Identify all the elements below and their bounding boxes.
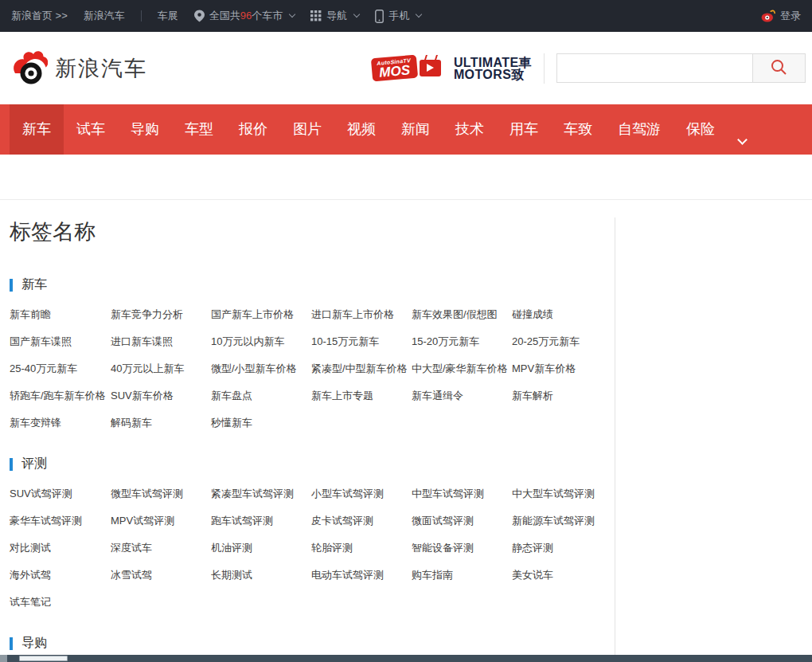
- tag-link[interactable]: 豪华车试驾评测: [10, 507, 111, 535]
- nav-item-8[interactable]: 新闻: [388, 104, 443, 155]
- tag-link[interactable]: 小型车试驾评测: [311, 480, 412, 507]
- weibo-icon: [761, 10, 775, 22]
- nav-more-chevron-icon[interactable]: [737, 135, 748, 145]
- tag-link[interactable]: 新车盘点: [211, 382, 311, 409]
- nav-item-1[interactable]: 新车: [10, 104, 64, 155]
- tag-link[interactable]: 轿跑车/跑车新车价格: [10, 382, 111, 409]
- section-label: 导购: [21, 635, 47, 652]
- topbar-item[interactable]: 新浪首页 >>: [11, 9, 68, 23]
- tag-link[interactable]: 试车笔记: [10, 589, 111, 616]
- topbar-item[interactable]: 手机: [375, 9, 421, 23]
- tag-link[interactable]: 新车变辩锋: [10, 409, 111, 437]
- tag-link[interactable]: 紧凑型/中型新车价格: [311, 355, 412, 382]
- tag-link[interactable]: 微面试驾评测: [412, 507, 512, 535]
- tag-link[interactable]: 25-40万元新车: [10, 355, 111, 382]
- tag-link[interactable]: 中型车试驾评测: [412, 480, 512, 507]
- tag-link[interactable]: 中大型车试驾评测: [512, 480, 612, 507]
- tag-link[interactable]: 进口新车上市价格: [311, 301, 412, 328]
- main-nav: 新车试车导购车型报价图片视频新闻技术用车车致自驾游保险: [0, 104, 812, 155]
- scrollbar-thumb[interactable]: [19, 656, 68, 661]
- tag-link[interactable]: MPV试驾评测: [111, 507, 211, 535]
- topbar-item-label: 全国共96个车市: [209, 9, 283, 23]
- tag-link[interactable]: 10万元以内新车: [211, 328, 311, 355]
- tag-section: 新车新车前瞻新车竞争力分析国产新车上市价格进口新车上市价格新车效果图/假想图碰撞…: [10, 276, 812, 437]
- nav-item-2[interactable]: 试车: [64, 104, 118, 155]
- tag-link[interactable]: 新车上市专题: [311, 382, 412, 409]
- tag-link[interactable]: 秒懂新车: [211, 409, 311, 437]
- tag-link[interactable]: 进口新车谍照: [111, 328, 211, 355]
- tag-link[interactable]: 15-20万元新车: [412, 328, 512, 355]
- topbar-item-label: 手机: [388, 9, 409, 23]
- tag-link[interactable]: 微型/小型新车价格: [211, 355, 311, 382]
- tag-link[interactable]: 机油评测: [211, 535, 311, 562]
- nav-item-9[interactable]: 技术: [443, 104, 497, 155]
- tag-link[interactable]: 购车指南: [412, 562, 512, 589]
- topbar-item-label: 新浪汽车: [84, 9, 125, 23]
- tag-link[interactable]: SUV试驾评测: [10, 480, 111, 507]
- tag-link[interactable]: MPV新车价格: [512, 355, 612, 382]
- topbar-item[interactable]: 导航: [310, 9, 359, 23]
- nav-item-12[interactable]: 自驾游: [605, 104, 673, 155]
- nav-item-13[interactable]: 保险: [673, 104, 728, 155]
- login-button[interactable]: 登录: [761, 9, 801, 23]
- tag-link[interactable]: 深度试车: [111, 535, 211, 562]
- chevron-down-icon: [353, 11, 360, 18]
- ultimate-motors-logo[interactable]: ULTIMATE車 MOTORS致: [454, 57, 532, 80]
- topbar-item[interactable]: 全国共96个车市: [194, 9, 295, 23]
- tag-link[interactable]: 轮胎评测: [311, 535, 412, 562]
- tag-link[interactable]: 皮卡试驾评测: [311, 507, 412, 535]
- tag-link[interactable]: 40万元以上新车: [111, 355, 211, 382]
- tag-link[interactable]: 国产新车上市价格: [211, 301, 311, 328]
- tag-link[interactable]: 新车效果图/假想图: [412, 301, 512, 328]
- tag-link[interactable]: 新车竞争力分析: [111, 301, 211, 328]
- tag-link[interactable]: 微型车试驾评测: [111, 480, 211, 507]
- tag-link[interactable]: 跑车试驾评测: [211, 507, 311, 535]
- section-header: 导购: [10, 635, 812, 652]
- tag-link[interactable]: 对比测试: [10, 535, 111, 562]
- tag-link[interactable]: 中大型/豪华新车价格: [412, 355, 512, 382]
- tag-link[interactable]: 海外试驾: [10, 562, 111, 589]
- tag-link[interactable]: 美女说车: [512, 562, 612, 589]
- nav-item-11[interactable]: 车致: [551, 104, 605, 155]
- tag-link[interactable]: 新能源车试驾评测: [512, 507, 612, 535]
- tag-link[interactable]: 碰撞成绩: [512, 301, 612, 328]
- nav-item-7[interactable]: 视频: [334, 104, 388, 155]
- nav-item-3[interactable]: 导购: [118, 104, 172, 155]
- tag-link[interactable]: 新车解析: [512, 382, 612, 409]
- tag-link[interactable]: 新车前瞻: [10, 301, 111, 328]
- ultimate-line1: ULTIMATE車: [454, 57, 532, 69]
- tag-link[interactable]: 紧凑型车试驾评测: [211, 480, 311, 507]
- autosina-tv-mos-logo[interactable]: AutoSinaTV MOS: [372, 57, 441, 80]
- tag-link[interactable]: 智能设备评测: [412, 535, 512, 562]
- section-label: 评测: [21, 456, 47, 472]
- tag-link[interactable]: 20-25万元新车: [512, 328, 612, 355]
- topbar-left: 新浪首页 >>新浪汽车车展全国共96个车市导航手机: [11, 9, 421, 23]
- tag-link[interactable]: 静态评测: [512, 535, 612, 562]
- tag-link[interactable]: 10-15万元新车: [311, 328, 412, 355]
- tag-link[interactable]: 长期测试: [211, 562, 311, 589]
- section-accent-bar: [10, 637, 13, 650]
- mos-line2: MOS: [379, 63, 411, 79]
- nav-item-4[interactable]: 车型: [172, 104, 226, 155]
- nav-item-5[interactable]: 报价: [226, 104, 280, 155]
- sina-auto-logo[interactable]: 新浪汽车: [10, 49, 147, 88]
- logo-text: 新浪汽车: [55, 54, 147, 83]
- tag-link[interactable]: 解码新车: [111, 409, 211, 437]
- tag-link[interactable]: 新车通缉令: [412, 382, 512, 409]
- tag-link[interactable]: 电动车试驾评测: [311, 562, 412, 589]
- topbar-item[interactable]: 新浪汽车: [84, 9, 125, 23]
- nav-item-6[interactable]: 图片: [280, 104, 334, 155]
- tag-link[interactable]: 国产新车谍照: [10, 328, 111, 355]
- search-button[interactable]: [752, 53, 806, 83]
- tag-link[interactable]: SUV新车价格: [111, 382, 211, 409]
- horizontal-scrollbar[interactable]: [0, 655, 812, 662]
- section-header: 评测: [10, 456, 812, 472]
- topbar-item[interactable]: 车展: [158, 9, 178, 23]
- tag-link[interactable]: 冰雪试驾: [111, 562, 211, 589]
- tag-grid: 新车前瞻新车竞争力分析国产新车上市价格进口新车上市价格新车效果图/假想图碰撞成绩…: [10, 301, 812, 437]
- search-input[interactable]: [556, 53, 752, 83]
- tv-play-icon: [420, 60, 441, 76]
- main-content: 标签名称 新车新车前瞻新车竞争力分析国产新车上市价格进口新车上市价格新车效果图/…: [0, 200, 812, 660]
- nav-item-10[interactable]: 用车: [497, 104, 551, 155]
- topbar-item-label: 车展: [158, 9, 178, 23]
